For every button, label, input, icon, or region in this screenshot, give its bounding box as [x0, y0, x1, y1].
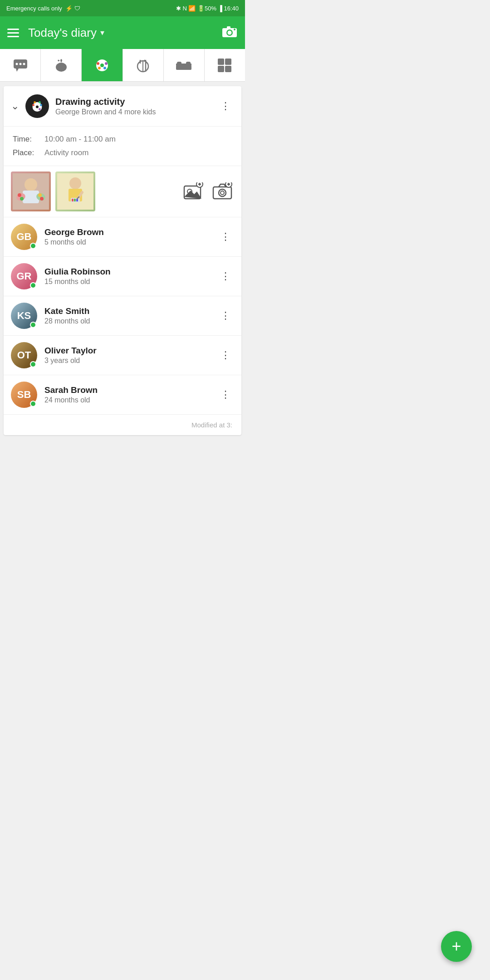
svg-rect-28	[225, 66, 231, 72]
svg-point-43	[38, 193, 42, 197]
tab-other[interactable]	[205, 49, 245, 81]
svg-point-8	[23, 63, 25, 65]
kid-more-button-sarah[interactable]: ⋮	[217, 387, 234, 402]
svg-rect-49	[72, 199, 74, 201]
kid-info-sarah: Sarah Brown 24 months old	[44, 385, 217, 404]
activity-details: Time: 10:00 am - 11:00 am Place: Activit…	[4, 127, 241, 166]
kid-info-oliver: Oliver Taylor 3 years old	[44, 346, 217, 365]
activity-card: ⌄ Drawing activity George Brown and 4 mo…	[4, 86, 241, 435]
svg-rect-24	[186, 62, 191, 65]
time-detail: Time: 10:00 am - 11:00 am	[13, 135, 232, 144]
svg-point-2	[228, 30, 232, 34]
svg-rect-23	[177, 62, 181, 65]
tab-sleep[interactable]	[164, 49, 205, 81]
kid-item-giulia: GR Giulia Robinson 15 months old ⋮	[4, 257, 241, 296]
svg-rect-26	[225, 59, 231, 65]
tab-bar	[0, 49, 245, 82]
svg-point-46	[69, 177, 81, 189]
status-left: Emergency calls only ⚡ 🛡	[6, 5, 80, 12]
svg-point-33	[39, 101, 41, 103]
online-indicator-oliver	[30, 361, 36, 368]
svg-marker-56	[184, 191, 201, 199]
kid-more-button-kate[interactable]: ⋮	[217, 308, 234, 323]
app-bar: Today's diary ▾	[0, 16, 245, 49]
avatar-wrap-kate: KS	[11, 303, 37, 329]
add-photo-from-camera-button[interactable]	[211, 180, 234, 203]
tab-food[interactable]	[41, 49, 82, 81]
add-photo-from-gallery-button[interactable]	[181, 180, 205, 203]
avatar-wrap-oliver: OT	[11, 342, 37, 368]
activity-subtitle: George Brown and 4 more kids	[55, 108, 217, 116]
tab-chat[interactable]	[0, 49, 41, 81]
camera-icon[interactable]	[221, 24, 238, 41]
place-label: Place:	[13, 148, 44, 157]
activity-title: Drawing activity	[55, 97, 217, 107]
svg-point-37	[24, 178, 37, 191]
svg-point-12	[100, 64, 104, 67]
svg-rect-3	[227, 26, 230, 29]
photo-thumb-2[interactable]	[55, 172, 95, 211]
kid-item-kate: KS Kate Smith 28 months old ⋮	[4, 296, 241, 336]
photo-actions	[181, 180, 234, 203]
svg-point-13	[97, 62, 99, 65]
avatar-wrap-sarah: SB	[11, 382, 37, 408]
svg-point-6	[15, 63, 18, 65]
kid-more-button-giulia[interactable]: ⋮	[217, 269, 234, 284]
kid-more-button-george[interactable]: ⋮	[217, 229, 234, 245]
svg-marker-9	[16, 69, 19, 72]
kid-name-sarah: Sarah Brown	[44, 385, 217, 395]
kid-name-oliver: Oliver Taylor	[44, 346, 217, 356]
kid-name-giulia: Giulia Robinson	[44, 267, 217, 277]
online-indicator-giulia	[30, 282, 36, 289]
svg-point-30	[36, 106, 39, 108]
svg-point-61	[219, 189, 226, 196]
activity-more-button[interactable]: ⋮	[217, 98, 234, 114]
svg-point-42	[20, 197, 24, 201]
svg-point-35	[39, 108, 41, 110]
svg-point-31	[32, 104, 34, 106]
tab-art[interactable]	[82, 49, 122, 81]
activity-info: Drawing activity George Brown and 4 more…	[55, 97, 217, 116]
kid-age-giulia: 15 months old	[44, 278, 217, 286]
kid-info-george: George Brown 5 months old	[44, 227, 217, 246]
online-indicator-sarah	[30, 401, 36, 407]
page-title: Today's diary ▾	[28, 26, 221, 40]
avatar-wrap-giulia: GR	[11, 263, 37, 289]
svg-point-10	[56, 63, 67, 72]
avatar-wrap-george: GB	[11, 224, 37, 250]
svg-point-4	[234, 29, 235, 30]
status-right: ✱ N 📶 🔋50% ▐ 16:40	[176, 5, 239, 12]
svg-point-62	[220, 191, 224, 195]
svg-point-34	[40, 104, 42, 106]
place-detail: Place: Activity room	[13, 148, 232, 157]
svg-point-7	[19, 63, 21, 65]
svg-rect-21	[176, 65, 191, 70]
kid-age-sarah: 24 months old	[44, 396, 217, 404]
title-text: Today's diary	[28, 26, 97, 40]
svg-point-14	[98, 67, 101, 69]
activity-icon	[25, 94, 49, 118]
tab-meals[interactable]	[123, 49, 164, 81]
modified-bar: Modified at 3:	[4, 414, 241, 435]
kid-age-oliver: 3 years old	[44, 357, 217, 365]
photos-section	[4, 166, 241, 217]
svg-point-44	[40, 197, 44, 201]
svg-rect-25	[218, 59, 224, 65]
kid-name-george: George Brown	[44, 227, 217, 237]
place-value: Activity room	[44, 148, 88, 157]
title-chevron-icon[interactable]: ▾	[100, 28, 104, 38]
collapse-button[interactable]: ⌄	[11, 100, 19, 112]
hamburger-menu[interactable]	[7, 29, 19, 37]
online-indicator-george	[30, 243, 36, 249]
kid-item-oliver: OT Oliver Taylor 3 years old ⋮	[4, 336, 241, 375]
photo-thumb-1[interactable]	[11, 172, 51, 211]
status-bar: Emergency calls only ⚡ 🛡 ✱ N 📶 🔋50% ▐ 16…	[0, 0, 245, 16]
svg-point-16	[105, 62, 108, 65]
kid-info-kate: Kate Smith 28 months old	[44, 306, 217, 325]
kid-item-george: GB George Brown 5 months old ⋮	[4, 217, 241, 257]
kid-more-button-oliver[interactable]: ⋮	[217, 348, 234, 363]
svg-point-15	[103, 67, 106, 69]
modified-text: Modified at 3:	[191, 421, 232, 429]
kid-info-giulia: Giulia Robinson 15 months old	[44, 267, 217, 286]
online-indicator-kate	[30, 322, 36, 328]
